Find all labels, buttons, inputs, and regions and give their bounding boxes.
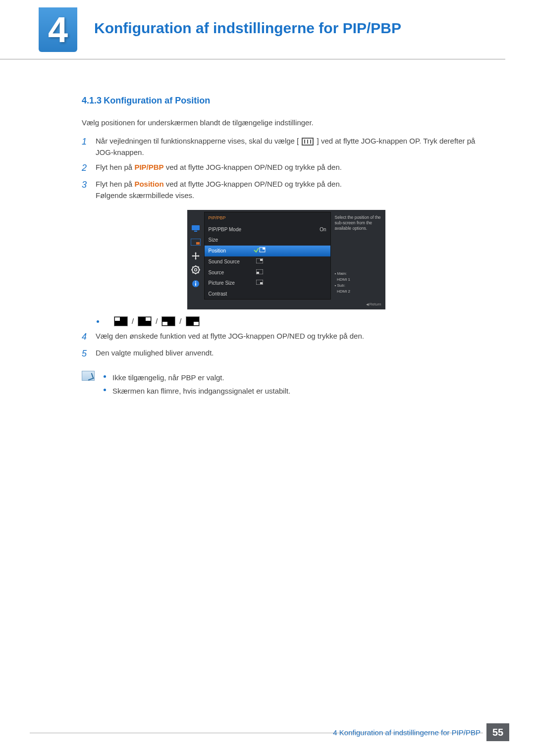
step-3-text-c: Følgende skærmbillede vises. [96,190,490,201]
osd-row-label: PIP/PBP Mode [209,226,253,234]
position-option-bl [161,316,175,326]
step-body: Flyt hen på Position ved at flytte JOG-k… [96,178,490,202]
section-title: Konfiguration af Position [104,96,210,105]
menu-icon [302,138,314,146]
osd-help-panel: Select the position of the sub-screen fr… [331,210,385,300]
page-title: Konfiguration af indstillingerne for PIP… [94,20,401,37]
osd-row-label: Picture Size [209,279,253,287]
svg-line-10 [192,267,193,268]
step-body: Vælg den ønskede funktion ved at flytte … [96,330,490,344]
osd-row-size: Size [205,235,330,246]
section-heading: 4.1.3 Konfiguration af Position [82,94,490,108]
osd-sub-val: HDMI 2 [337,289,350,294]
svg-rect-0 [192,225,200,230]
bullet-icon [97,320,99,323]
svg-line-12 [198,267,199,268]
move-icon [190,252,201,260]
separator: / [179,315,181,327]
step-3-text-b: ved at flytte JOG-knappen OP/NED og tryk… [166,180,342,188]
osd-row-label: Position [209,247,253,255]
step-4: 4 Vælg den ønskede funktion ved at flytt… [82,330,490,344]
chapter-tab: 4 [39,7,77,52]
step-2-keyword: PIP/PBP [134,163,163,171]
note-item: Skærmen kan flimre, hvis indgangssignale… [104,385,290,397]
step-number: 5 [82,347,96,361]
step-number: 1 [82,135,96,158]
separator: / [156,315,158,327]
info-icon [190,279,201,288]
osd-main-val: HDMI 1 [337,277,350,282]
position-option-br [186,316,200,326]
note-icon [82,371,95,381]
brightness-icon [190,224,201,233]
osd-return: Return [366,302,381,307]
osd-menu: PIP/PBP PIP/PBP Mode On Size Position So… [204,212,331,300]
step-number: 3 [82,178,96,202]
step-number: 2 [82,161,96,175]
page-footer: 4 Konfiguration af indstillingerne for P… [0,723,535,741]
osd-row-label: Size [209,236,253,244]
note-list: Ikke tilgængelig, når PBP er valgt. Skær… [104,370,290,399]
page-header: 4 Konfiguration af indstillingerne for P… [0,0,505,59]
osd-row-picturesize: Picture Size [205,278,330,289]
step-1: 1 Når vejledningen til funktionsknappern… [82,135,490,158]
separator: / [132,315,134,327]
pip-icon [190,238,201,247]
step-body: Når vejledningen til funktionsknapperne … [96,135,490,158]
step-3: 3 Flyt hen på Position ved at flytte JOG… [82,178,490,202]
svg-rect-24 [260,282,263,284]
step-1-text-a: Når vejledningen til funktionsknapperne … [96,137,299,145]
step-5: 5 Den valgte mulighed bliver anvendt. [82,347,490,361]
step-body: Flyt hen på PIP/PBP ved at flytte JOG-kn… [96,161,490,175]
svg-line-13 [192,272,193,273]
svg-rect-20 [260,259,263,261]
pip-tr-icon [253,258,266,266]
position-option-tr [138,316,152,326]
osd-row-label: Contrast [209,290,253,298]
osd-row-label: Source [209,269,253,277]
footer-title: 4 Konfiguration af indstillingerne for P… [327,728,486,737]
chapter-number: 4 [48,9,68,50]
svg-rect-16 [195,282,196,283]
osd-menu-title: PIP/PBP [205,212,330,224]
osd-row-position: Position [205,246,330,257]
section-number: 4.1.3 [82,96,102,105]
step-3-text-a: Flyt hen på [96,180,134,188]
osd-row-label: Sound Source [209,258,253,266]
svg-line-11 [198,272,199,273]
svg-rect-1 [194,231,197,232]
step-3-keyword: Position [134,180,163,188]
osd-status: • Main: HDMI 1 • Sub: HDMI 2 [335,271,351,295]
check-icon [253,247,266,255]
page-number: 55 [486,723,509,741]
content: 4.1.3 Konfiguration af Position Vælg pos… [0,59,535,399]
osd-sidebar [187,210,204,300]
svg-point-5 [194,269,197,271]
osd-main-label: Main: [337,271,347,276]
intro-text: Vælg positionen for underskærmen blandt … [82,117,490,128]
osd-row-value: On [320,226,326,234]
note-item: Ikke tilgængelig, når PBP er valgt. [104,372,290,383]
osd-help-text: Select the position of the sub-screen fr… [335,215,381,231]
position-options-line: / / / [97,315,490,327]
pip-br-icon [253,279,266,287]
osd-row-contrast: Contrast [205,289,330,300]
pip-bl-icon [253,269,266,277]
osd-row-sound: Sound Source [205,256,330,267]
step-body: Den valgte mulighed bliver anvendt. [96,347,490,361]
svg-rect-22 [257,272,259,274]
position-option-tl [114,316,128,326]
osd-row-source: Source [205,267,330,278]
osd-row-mode: PIP/PBP Mode On [205,224,330,235]
note-block: Ikke tilgængelig, når PBP er valgt. Skær… [82,370,490,399]
svg-rect-15 [195,283,196,286]
osd-sub-label: Sub: [337,283,345,288]
svg-rect-3 [196,242,200,245]
svg-rect-18 [263,248,265,250]
osd-screenshot: PIP/PBP PIP/PBP Mode On Size Position So… [187,210,385,309]
gear-icon [190,265,201,274]
step-2-text-b: ved at flytte JOG-knappen OP/NED og tryk… [166,163,342,171]
step-2: 2 Flyt hen på PIP/PBP ved at flytte JOG-… [82,161,490,175]
step-2-text-a: Flyt hen på [96,163,134,171]
step-number: 4 [82,330,96,344]
